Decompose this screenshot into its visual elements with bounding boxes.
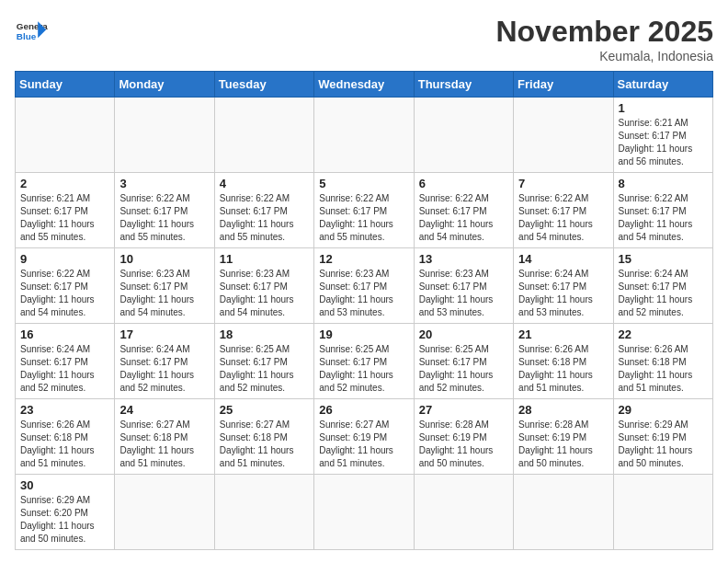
cell-info: Sunrise: 6:23 AM Sunset: 6:17 PM Dayligh… <box>419 268 508 319</box>
calendar-cell: 4Sunrise: 6:22 AM Sunset: 6:17 PM Daylig… <box>214 173 313 248</box>
cell-info: Sunrise: 6:23 AM Sunset: 6:17 PM Dayligh… <box>119 268 209 319</box>
calendar-cell <box>214 98 313 173</box>
location: Keumala, Indonesia <box>495 49 713 63</box>
calendar-cell <box>16 98 115 173</box>
day-number: 15 <box>619 252 708 266</box>
day-number: 11 <box>220 252 309 266</box>
cell-info: Sunrise: 6:23 AM Sunset: 6:17 PM Dayligh… <box>220 268 309 319</box>
cell-info: Sunrise: 6:29 AM Sunset: 6:19 PM Dayligh… <box>619 419 708 470</box>
calendar-cell: 13Sunrise: 6:23 AM Sunset: 6:17 PM Dayli… <box>414 248 513 324</box>
calendar-cell: 2Sunrise: 6:21 AM Sunset: 6:17 PM Daylig… <box>16 173 115 248</box>
calendar-cell: 12Sunrise: 6:23 AM Sunset: 6:17 PM Dayli… <box>314 248 414 324</box>
day-number: 4 <box>220 177 309 190</box>
cell-info: Sunrise: 6:24 AM Sunset: 6:17 PM Dayligh… <box>119 343 209 395</box>
calendar-cell: 8Sunrise: 6:22 AM Sunset: 6:17 PM Daylig… <box>613 173 712 248</box>
logo: General Blue <box>15 15 48 48</box>
calendar-cell <box>514 98 613 173</box>
calendar-cell: 5Sunrise: 6:22 AM Sunset: 6:17 PM Daylig… <box>314 173 414 248</box>
day-number: 6 <box>419 177 508 190</box>
day-number: 8 <box>619 177 708 190</box>
calendar-cell: 18Sunrise: 6:25 AM Sunset: 6:17 PM Dayli… <box>214 324 313 399</box>
cell-info: Sunrise: 6:24 AM Sunset: 6:17 PM Dayligh… <box>20 343 109 395</box>
cell-info: Sunrise: 6:27 AM Sunset: 6:18 PM Dayligh… <box>220 419 309 470</box>
page-header: General Blue November 2025 Keumala, Indo… <box>15 15 713 63</box>
calendar-cell: 6Sunrise: 6:22 AM Sunset: 6:17 PM Daylig… <box>414 173 513 248</box>
calendar-cell: 1Sunrise: 6:21 AM Sunset: 6:17 PM Daylig… <box>613 98 712 173</box>
calendar-cell <box>414 98 513 173</box>
calendar-cell: 29Sunrise: 6:29 AM Sunset: 6:19 PM Dayli… <box>613 399 712 475</box>
cell-info: Sunrise: 6:25 AM Sunset: 6:17 PM Dayligh… <box>419 343 508 395</box>
day-number: 7 <box>518 177 608 190</box>
day-number: 28 <box>518 403 608 417</box>
cell-info: Sunrise: 6:22 AM Sunset: 6:17 PM Dayligh… <box>419 192 508 244</box>
cell-info: Sunrise: 6:21 AM Sunset: 6:17 PM Dayligh… <box>20 192 109 244</box>
day-number: 29 <box>619 403 708 417</box>
day-number: 24 <box>119 403 209 417</box>
cell-info: Sunrise: 6:27 AM Sunset: 6:18 PM Dayligh… <box>119 419 209 470</box>
calendar-cell <box>115 98 214 173</box>
cell-info: Sunrise: 6:25 AM Sunset: 6:17 PM Dayligh… <box>319 343 408 395</box>
day-of-week-header: Friday <box>514 72 613 98</box>
cell-info: Sunrise: 6:28 AM Sunset: 6:19 PM Dayligh… <box>518 419 608 470</box>
day-number: 18 <box>220 327 309 341</box>
cell-info: Sunrise: 6:26 AM Sunset: 6:18 PM Dayligh… <box>20 419 109 470</box>
calendar-cell: 14Sunrise: 6:24 AM Sunset: 6:17 PM Dayli… <box>514 248 613 324</box>
svg-text:Blue: Blue <box>17 31 37 41</box>
calendar-week-row: 30Sunrise: 6:29 AM Sunset: 6:20 PM Dayli… <box>16 475 713 550</box>
calendar-cell: 26Sunrise: 6:27 AM Sunset: 6:19 PM Dayli… <box>314 399 414 475</box>
calendar-cell: 23Sunrise: 6:26 AM Sunset: 6:18 PM Dayli… <box>16 399 115 475</box>
calendar-week-row: 9Sunrise: 6:22 AM Sunset: 6:17 PM Daylig… <box>16 248 713 324</box>
day-number: 3 <box>119 177 209 190</box>
title-block: November 2025 Keumala, Indonesia <box>495 15 713 63</box>
calendar-cell: 19Sunrise: 6:25 AM Sunset: 6:17 PM Dayli… <box>314 324 414 399</box>
day-number: 19 <box>319 327 408 341</box>
calendar-cell <box>214 475 313 550</box>
day-of-week-header: Saturday <box>613 72 712 98</box>
calendar-week-row: 16Sunrise: 6:24 AM Sunset: 6:17 PM Dayli… <box>16 324 713 399</box>
calendar-cell <box>414 475 513 550</box>
calendar-cell: 3Sunrise: 6:22 AM Sunset: 6:17 PM Daylig… <box>115 173 214 248</box>
day-number: 10 <box>119 252 209 266</box>
cell-info: Sunrise: 6:26 AM Sunset: 6:18 PM Dayligh… <box>619 343 708 395</box>
cell-info: Sunrise: 6:23 AM Sunset: 6:17 PM Dayligh… <box>319 268 408 319</box>
calendar-week-row: 1Sunrise: 6:21 AM Sunset: 6:17 PM Daylig… <box>16 98 713 173</box>
day-number: 21 <box>518 327 608 341</box>
day-number: 5 <box>319 177 408 190</box>
day-number: 13 <box>419 252 508 266</box>
logo-icon: General Blue <box>15 15 48 48</box>
calendar-cell <box>514 475 613 550</box>
calendar-cell: 27Sunrise: 6:28 AM Sunset: 6:19 PM Dayli… <box>414 399 513 475</box>
cell-info: Sunrise: 6:22 AM Sunset: 6:17 PM Dayligh… <box>119 192 209 244</box>
cell-info: Sunrise: 6:24 AM Sunset: 6:17 PM Dayligh… <box>518 268 608 319</box>
cell-info: Sunrise: 6:22 AM Sunset: 6:17 PM Dayligh… <box>619 192 708 244</box>
day-number: 1 <box>619 101 708 115</box>
cell-info: Sunrise: 6:28 AM Sunset: 6:19 PM Dayligh… <box>419 419 508 470</box>
day-number: 16 <box>20 327 109 341</box>
calendar-cell: 28Sunrise: 6:28 AM Sunset: 6:19 PM Dayli… <box>514 399 613 475</box>
day-number: 12 <box>319 252 408 266</box>
day-of-week-header: Sunday <box>16 72 115 98</box>
calendar-cell <box>613 475 712 550</box>
day-of-week-header: Tuesday <box>214 72 313 98</box>
day-number: 27 <box>419 403 508 417</box>
month-title: November 2025 <box>495 15 713 49</box>
day-number: 14 <box>518 252 608 266</box>
calendar-cell: 16Sunrise: 6:24 AM Sunset: 6:17 PM Dayli… <box>16 324 115 399</box>
cell-info: Sunrise: 6:21 AM Sunset: 6:17 PM Dayligh… <box>619 117 708 168</box>
calendar-cell: 7Sunrise: 6:22 AM Sunset: 6:17 PM Daylig… <box>514 173 613 248</box>
calendar-cell: 15Sunrise: 6:24 AM Sunset: 6:17 PM Dayli… <box>613 248 712 324</box>
day-of-week-header: Monday <box>115 72 214 98</box>
calendar-cell: 30Sunrise: 6:29 AM Sunset: 6:20 PM Dayli… <box>16 475 115 550</box>
cell-info: Sunrise: 6:29 AM Sunset: 6:20 PM Dayligh… <box>20 494 109 546</box>
calendar-cell: 10Sunrise: 6:23 AM Sunset: 6:17 PM Dayli… <box>115 248 214 324</box>
day-of-week-header: Wednesday <box>314 72 414 98</box>
calendar-cell <box>314 475 414 550</box>
day-number: 17 <box>119 327 209 341</box>
day-of-week-header: Thursday <box>414 72 513 98</box>
cell-info: Sunrise: 6:22 AM Sunset: 6:17 PM Dayligh… <box>220 192 309 244</box>
day-number: 26 <box>319 403 408 417</box>
cell-info: Sunrise: 6:22 AM Sunset: 6:17 PM Dayligh… <box>319 192 408 244</box>
calendar-cell: 9Sunrise: 6:22 AM Sunset: 6:17 PM Daylig… <box>16 248 115 324</box>
calendar-cell: 22Sunrise: 6:26 AM Sunset: 6:18 PM Dayli… <box>613 324 712 399</box>
cell-info: Sunrise: 6:24 AM Sunset: 6:17 PM Dayligh… <box>619 268 708 319</box>
